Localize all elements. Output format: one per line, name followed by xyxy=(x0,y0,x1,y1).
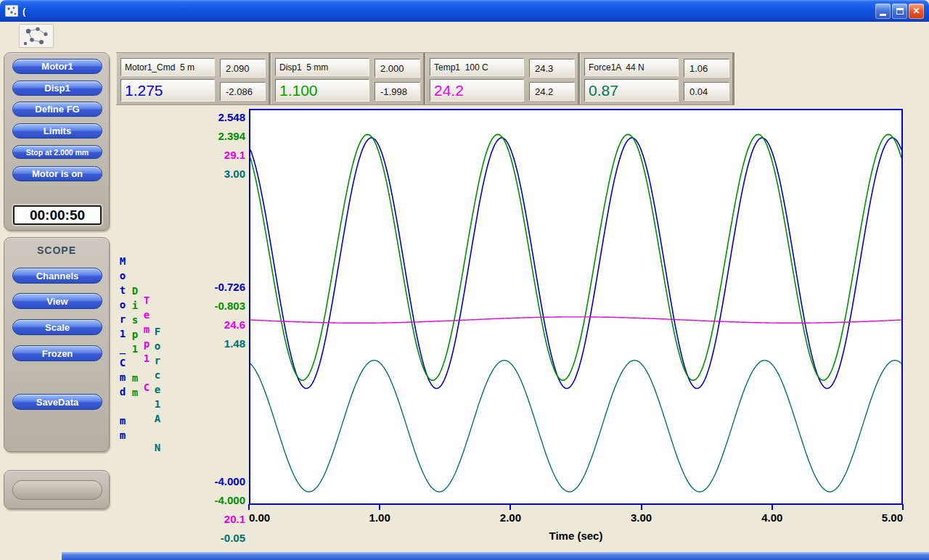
maximize-button[interactable] xyxy=(892,4,907,19)
maximize-icon xyxy=(896,8,904,15)
readout-min: -1.998 xyxy=(375,82,420,101)
y-axis-mid-labels: -0.726 -0.803 24.6 1.48 xyxy=(183,278,245,353)
readout-max: 2.000 xyxy=(375,59,420,78)
y-label: 1.48 xyxy=(183,334,245,353)
y-axis-name-temp1: Temp1 C xyxy=(141,295,152,396)
y-label: -0.726 xyxy=(183,278,245,297)
readout-max: 24.3 xyxy=(529,59,575,78)
y-label: 2.548 xyxy=(183,108,245,127)
scope-panel: SCOPE Channels View Scale Frozen SaveDat… xyxy=(4,237,110,452)
disp1-button[interactable]: Disp1 xyxy=(12,81,102,96)
x-axis-ticks xyxy=(249,504,903,511)
close-icon: ✕ xyxy=(912,6,920,16)
y-axis-name-disp1: Disp1 mm xyxy=(129,285,141,401)
x-tick-label: 2.00 xyxy=(500,511,521,524)
y-label: 2.394 xyxy=(183,127,245,146)
scope-plot-area xyxy=(249,109,903,505)
x-tick-label: 3.00 xyxy=(631,511,652,524)
x-tick-label: 1.00 xyxy=(369,511,390,524)
y-label: 24.6 xyxy=(183,316,245,334)
blank-button[interactable] xyxy=(12,480,102,500)
window-icon xyxy=(5,5,18,17)
readout-value: 1.275 xyxy=(120,79,215,102)
scope-waveforms xyxy=(250,110,901,503)
readout-name: Motor1_Cmd 5 m xyxy=(120,58,215,76)
y-label: 3.00 xyxy=(183,165,245,184)
y-label: -0.05 xyxy=(183,529,245,548)
readout-name: Disp1 5 mm xyxy=(275,58,369,76)
app-logo xyxy=(19,24,54,48)
x-tick-mark xyxy=(902,504,904,510)
y-label: -0.803 xyxy=(183,297,245,316)
readout-force1a: Force1A 44 N 0.87 1.06 0.04 xyxy=(580,53,734,104)
scale-button[interactable]: Scale xyxy=(12,319,102,335)
motor1-button[interactable]: Motor1 xyxy=(12,59,102,74)
app-window: ( ✕ Motor1 Disp1 Define FG Limits Stop a… xyxy=(0,0,929,560)
readout-max: 1.06 xyxy=(684,59,729,78)
y-label: 20.1 xyxy=(183,510,245,529)
readout-strip: Motor1_Cmd 5 m 1.275 2.090 -2.086 Disp1 … xyxy=(116,52,734,105)
scope-panel-title: SCOPE xyxy=(4,244,109,256)
readout-min: 0.04 xyxy=(684,82,729,101)
readout-value: 0.87 xyxy=(584,79,679,102)
readout-name: Force1A 44 N xyxy=(584,58,679,76)
motor-on-button[interactable]: Motor is on xyxy=(12,166,102,181)
motor-control-panel: Motor1 Disp1 Define FG Limits Stop at 2.… xyxy=(4,52,110,231)
minimize-button[interactable] xyxy=(875,4,891,19)
y-axis-bottom-labels: -4.000 -4.000 20.1 -0.05 xyxy=(183,472,245,548)
define-fg-button[interactable]: Define FG xyxy=(12,102,102,117)
window-title: ( xyxy=(22,6,875,17)
app-logo-icon xyxy=(20,25,53,47)
y-axis-name-force1a: Force1A N xyxy=(152,326,163,456)
channels-button[interactable]: Channels xyxy=(12,268,102,284)
x-tick-mark xyxy=(248,504,250,510)
x-tick-label: 0.00 xyxy=(249,511,270,524)
readout-value: 1.100 xyxy=(275,79,369,102)
x-tick-mark xyxy=(509,504,511,510)
x-tick-mark xyxy=(641,504,642,510)
bottom-panel xyxy=(4,470,110,509)
readout-min: -2.086 xyxy=(220,82,266,101)
stop-at-limit-button[interactable]: Stop at 2.000 mm xyxy=(12,145,102,159)
readout-temp1: Temp1 100 C 24.2 24.3 24.2 xyxy=(425,53,580,104)
y-axis-top-labels: 2.548 2.394 29.1 3.00 xyxy=(183,108,245,184)
minimize-icon xyxy=(880,14,886,16)
x-tick-mark xyxy=(772,504,773,510)
x-axis-labels: 0.001.002.003.004.005.00 xyxy=(249,511,903,526)
savedata-button[interactable]: SaveData xyxy=(12,394,102,410)
readout-min: 24.2 xyxy=(529,82,575,101)
window-controls: ✕ xyxy=(875,4,924,19)
x-axis-title: Time (sec) xyxy=(249,530,903,542)
y-axis-name-motor1-cmd: Motor1_Cmd mm xyxy=(117,255,128,444)
y-label: 29.1 xyxy=(183,146,245,165)
readout-motor1-cmd: Motor1_Cmd 5 m 1.275 2.090 -2.086 xyxy=(116,53,271,104)
readout-max: 2.090 xyxy=(220,59,266,78)
view-button[interactable]: View xyxy=(12,293,102,309)
readout-value: 24.2 xyxy=(430,79,524,102)
titlebar[interactable]: ( ✕ xyxy=(0,0,929,22)
y-label: -4.000 xyxy=(183,472,245,491)
timer-display: 00:00:50 xyxy=(13,205,102,225)
readout-name: Temp1 100 C xyxy=(430,58,524,76)
close-button[interactable]: ✕ xyxy=(909,4,924,19)
x-tick-label: 5.00 xyxy=(882,511,903,524)
limits-button[interactable]: Limits xyxy=(12,123,102,139)
x-tick-label: 4.00 xyxy=(761,511,782,524)
y-label: -4.000 xyxy=(183,491,245,510)
x-tick-mark xyxy=(379,504,380,510)
taskbar-strip[interactable] xyxy=(62,552,929,560)
readout-disp1: Disp1 5 mm 1.100 2.000 -1.998 xyxy=(271,53,425,104)
frozen-button[interactable]: Frozen xyxy=(12,345,102,361)
